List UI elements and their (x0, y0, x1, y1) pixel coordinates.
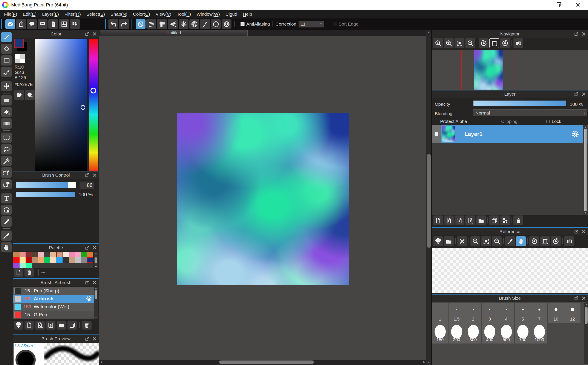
brush-size-200[interactable]: 200 (448, 323, 465, 344)
popout-icon[interactable] (85, 280, 90, 285)
palette-swatch[interactable] (44, 252, 50, 257)
close-panel-icon[interactable] (92, 336, 97, 341)
brush-size-500[interactable]: 500 (498, 323, 515, 344)
polyline-pen-tool[interactable] (1, 67, 12, 77)
palette-swatch[interactable] (26, 252, 32, 257)
brush-item-g-pen[interactable]: 15G Pen (13, 311, 94, 319)
fit-view-button[interactable] (454, 38, 464, 48)
menu-item-filter[interactable]: Filter(R) (62, 12, 84, 17)
palette-swatch[interactable] (63, 252, 69, 257)
close-x-button[interactable] (457, 236, 467, 246)
brush-tool[interactable] (1, 32, 12, 42)
brush-size-value[interactable]: 86 (79, 181, 94, 189)
layer-list-scrollbar[interactable]: ▲ ▼ (583, 125, 588, 215)
snap-parallel-button[interactable] (146, 19, 156, 29)
close-panel-icon[interactable] (581, 91, 586, 97)
palette-swatch[interactable] (38, 252, 44, 257)
rotate-cw-button[interactable] (551, 236, 561, 246)
brush-item-airbrush[interactable]: 86Airbrush (13, 295, 94, 303)
palette-mix-button[interactable] (25, 90, 35, 100)
brush-size-1000[interactable]: 1000 (531, 323, 548, 344)
canvas-horizontal-scrollbar[interactable]: ◀ ▶ (99, 360, 426, 365)
new-layer-button[interactable] (433, 216, 443, 225)
popout-icon[interactable] (85, 245, 90, 250)
divide-tool[interactable] (1, 216, 12, 227)
trash-button[interactable] (24, 268, 34, 277)
foreground-color-swatch[interactable] (14, 39, 24, 48)
zoom-in-button[interactable] (444, 38, 454, 48)
brush-size-slider[interactable] (16, 182, 77, 188)
comment-button[interactable] (38, 19, 48, 29)
close-panel-icon[interactable] (581, 296, 586, 301)
select-pen-tool[interactable] (1, 167, 12, 178)
scroll-handle[interactable] (585, 307, 588, 324)
layer-8bit-button[interactable]: 8 (444, 216, 454, 225)
palette-swatch[interactable] (44, 257, 50, 263)
scroll-right-icon[interactable]: ▶ (423, 360, 425, 364)
palette-swatch[interactable] (56, 257, 63, 263)
restore-button[interactable] (548, 0, 568, 10)
close-panel-icon[interactable] (92, 245, 97, 250)
operation-tool[interactable] (1, 205, 12, 215)
menu-item-snap[interactable]: Snap(N) (108, 12, 130, 17)
close-panel-icon[interactable] (92, 31, 97, 36)
palette-swatch[interactable] (75, 252, 81, 257)
close-panel-icon[interactable] (92, 173, 97, 178)
popout-icon[interactable] (85, 336, 90, 341)
redo-button[interactable] (119, 19, 129, 29)
palette-swatch[interactable] (13, 257, 20, 263)
zoom-in-button[interactable] (470, 236, 480, 246)
rotate-reset-button[interactable] (489, 38, 499, 48)
snap-ellipse-button[interactable] (211, 19, 221, 29)
palette-swatch[interactable] (69, 257, 75, 263)
brush-size-12[interactable]: 12 (564, 302, 581, 323)
brush-size-1[interactable]: 1 (432, 302, 448, 323)
close-panel-icon[interactable] (581, 229, 586, 234)
palette-swatch[interactable] (81, 257, 87, 263)
document-button[interactable] (48, 19, 58, 29)
layer-visibility-toggle[interactable] (432, 125, 441, 143)
palette-swatch[interactable] (38, 257, 44, 263)
palette-scrollbar[interactable]: ▲▼ (94, 252, 98, 268)
scroll-handle[interactable] (584, 129, 587, 211)
cloud-down-button[interactable] (14, 321, 23, 330)
new-doc-outline-button[interactable] (24, 321, 34, 330)
navigator-thumbnail[interactable] (474, 50, 503, 90)
palette-icon-button[interactable] (14, 90, 24, 100)
brush-size-1.5[interactable]: 1.5 (448, 302, 465, 323)
script-doc-button[interactable]: S (46, 321, 56, 330)
select-rect-tool[interactable] (1, 133, 12, 143)
brush-item-pen-sharp-[interactable]: 15Pen (Sharp) (13, 287, 94, 295)
palette-swatch[interactable] (87, 252, 93, 257)
layer-opacity-slider[interactable] (473, 100, 566, 106)
hue-slider[interactable] (89, 39, 98, 171)
popout-icon[interactable] (85, 173, 90, 178)
palette-swatch[interactable] (13, 252, 20, 257)
menu-item-color[interactable]: Color(C) (130, 12, 153, 17)
halftone-button[interactable] (27, 19, 37, 29)
navigator-preview[interactable] (432, 50, 588, 90)
folder-button[interactable] (57, 321, 66, 330)
storyboard-button[interactable] (59, 19, 69, 29)
undo-button[interactable] (108, 19, 118, 29)
transparent-color-swatch[interactable] (15, 54, 25, 63)
correction-dropdown[interactable]: 11 ▾ (298, 21, 324, 28)
scroll-up-icon[interactable]: ▲ (95, 287, 97, 289)
clipping-checkbox[interactable]: Clipping (496, 119, 517, 124)
soft-edge-checkbox[interactable] (333, 22, 337, 26)
brush-size-150[interactable]: 150 (432, 323, 448, 344)
palette-swatch[interactable] (63, 257, 69, 263)
blending-dropdown[interactable]: Normal ▾ (473, 109, 587, 116)
hand-tool[interactable] (1, 242, 12, 253)
rectangle-tool[interactable] (1, 55, 12, 65)
cloud-down-button[interactable] (433, 236, 443, 246)
cloud-save-button[interactable] (5, 19, 15, 29)
move-tool[interactable] (1, 81, 12, 91)
gear-button[interactable] (222, 19, 232, 29)
menu-item-select[interactable]: Select(S) (84, 12, 108, 17)
zoom-out-button[interactable] (492, 236, 502, 246)
text-tool[interactable]: T (1, 193, 12, 204)
brush-size-400[interactable]: 400 (482, 323, 498, 344)
brush-size-4[interactable]: 4 (498, 302, 515, 323)
scroll-handle[interactable] (95, 257, 97, 263)
